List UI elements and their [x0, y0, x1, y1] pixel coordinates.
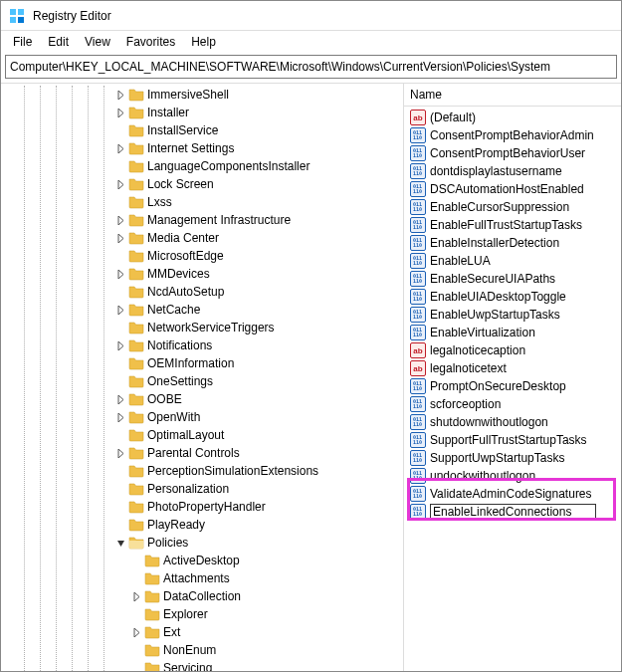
dword-value-icon: 011110: [410, 271, 426, 287]
collapse-icon[interactable]: [112, 535, 128, 551]
svg-rect-0: [10, 9, 16, 15]
window-title: Registry Editor: [33, 9, 111, 23]
value-row[interactable]: 011110EnableUIADesktopToggle: [404, 288, 621, 306]
tree-item-onesettings[interactable]: OneSettings: [1, 372, 403, 390]
tree-item-internet-settings[interactable]: Internet Settings: [1, 139, 403, 157]
value-name: PromptOnSecureDesktop: [430, 379, 566, 393]
tree-item-playready[interactable]: PlayReady: [1, 516, 403, 534]
tree-item-microsoftedge[interactable]: MicrosoftEdge: [1, 247, 403, 265]
value-row[interactable]: 011110ConsentPromptBehaviorUser: [404, 144, 621, 162]
tree-item-explorer[interactable]: Explorer: [1, 605, 403, 623]
dword-value-icon: 011110: [410, 235, 426, 251]
tree-item-networkservicetriggers[interactable]: NetworkServiceTriggers: [1, 319, 403, 336]
menu-view[interactable]: View: [77, 33, 118, 51]
value-row[interactable]: 011110EnableFullTrustStartupTasks: [404, 216, 621, 234]
tree-item-parental-controls[interactable]: Parental Controls: [1, 444, 403, 462]
tree-pane[interactable]: ImmersiveShellInstallerInstallServiceInt…: [1, 84, 404, 671]
folder-icon: [128, 445, 144, 461]
menu-help[interactable]: Help: [183, 33, 224, 51]
value-row[interactable]: 011110dontdisplaylastusername: [404, 162, 621, 180]
expand-icon[interactable]: [112, 140, 128, 156]
menu-favorites[interactable]: Favorites: [118, 33, 183, 51]
tree-item-languagecomponentsinstaller[interactable]: LanguageComponentsInstaller: [1, 157, 403, 175]
tree-item-netcache[interactable]: NetCache: [1, 301, 403, 319]
value-row[interactable]: 011110ConsentPromptBehaviorAdmin: [404, 126, 621, 144]
value-row[interactable]: 011110SupportFullTrustStartupTasks: [404, 431, 621, 449]
expand-icon[interactable]: [112, 409, 128, 425]
value-row[interactable]: 011110scforceoption: [404, 395, 621, 413]
value-row[interactable]: 011110DSCAutomationHostEnabled: [404, 180, 621, 198]
expand-icon[interactable]: [128, 588, 144, 604]
value-row[interactable]: ab(Default): [404, 109, 621, 126]
tree-label: ImmersiveShell: [147, 88, 235, 102]
value-name-edit-input[interactable]: [430, 504, 596, 520]
svg-rect-3: [18, 17, 24, 23]
expand-icon[interactable]: [112, 230, 128, 246]
tree-item-installer[interactable]: Installer: [1, 104, 403, 121]
tree-item-perceptionsimulationextensions[interactable]: PerceptionSimulationExtensions: [1, 462, 403, 480]
tree-item-lxss[interactable]: Lxss: [1, 193, 403, 211]
expand-icon[interactable]: [112, 302, 128, 318]
value-row[interactable]: 011110EnableLUA: [404, 252, 621, 270]
tree-item-oobe[interactable]: OOBE: [1, 390, 403, 408]
tree-item-optimallayout[interactable]: OptimalLayout: [1, 426, 403, 444]
tree-item-photopropertyhandler[interactable]: PhotoPropertyHandler: [1, 498, 403, 516]
value-row-editing[interactable]: 011110: [404, 503, 621, 521]
expand-icon[interactable]: [112, 87, 128, 103]
tree-item-policies[interactable]: Policies: [1, 534, 403, 552]
svg-text:110: 110: [413, 188, 422, 194]
tree-item-management-infrastructure[interactable]: Management Infrastructure: [1, 211, 403, 229]
svg-text:110: 110: [413, 493, 422, 499]
values-pane[interactable]: Name ab(Default)011110ConsentPromptBehav…: [404, 84, 621, 671]
tree-item-attachments[interactable]: Attachments: [1, 569, 403, 587]
tree-item-ext[interactable]: Ext: [1, 623, 403, 641]
tree-item-notifications[interactable]: Notifications: [1, 336, 403, 354]
expand-icon[interactable]: [112, 391, 128, 407]
value-row[interactable]: 011110EnableSecureUIAPaths: [404, 270, 621, 288]
dword-value-icon: 011110: [410, 127, 426, 143]
value-row[interactable]: ablegalnoticecaption: [404, 341, 621, 359]
tree-item-installservice[interactable]: InstallService: [1, 121, 403, 139]
folder-icon: [144, 624, 160, 640]
tree-item-personalization[interactable]: Personalization: [1, 480, 403, 498]
folder-icon: [128, 517, 144, 533]
menu-edit[interactable]: Edit: [40, 33, 77, 51]
expand-icon[interactable]: [112, 105, 128, 120]
expand-icon[interactable]: [112, 266, 128, 282]
value-name: SupportFullTrustStartupTasks: [430, 433, 587, 447]
value-row[interactable]: 011110shutdownwithoutlogon: [404, 413, 621, 431]
tree-item-activedesktop[interactable]: ActiveDesktop: [1, 552, 403, 569]
expand-icon[interactable]: [128, 624, 144, 640]
value-row[interactable]: 011110EnableCursorSuppression: [404, 198, 621, 216]
tree-label: LanguageComponentsInstaller: [147, 159, 315, 173]
tree-item-servicing[interactable]: Servicing: [1, 659, 403, 671]
value-row[interactable]: 011110EnableInstallerDetection: [404, 234, 621, 252]
expand-icon[interactable]: [112, 445, 128, 461]
tree-item-openwith[interactable]: OpenWith: [1, 408, 403, 426]
tree-item-ncdautosetup[interactable]: NcdAutoSetup: [1, 283, 403, 301]
value-row[interactable]: 011110ValidateAdminCodeSignatures: [404, 485, 621, 503]
tree-item-datacollection[interactable]: DataCollection: [1, 587, 403, 605]
expand-icon[interactable]: [112, 176, 128, 192]
column-header-name[interactable]: Name: [404, 84, 621, 107]
value-name: ValidateAdminCodeSignatures: [430, 487, 592, 501]
expand-icon[interactable]: [112, 337, 128, 353]
tree-item-media-center[interactable]: Media Center: [1, 229, 403, 247]
value-row[interactable]: 011110EnableVirtualization: [404, 324, 621, 341]
value-row[interactable]: 011110undockwithoutlogon: [404, 467, 621, 485]
value-row[interactable]: ablegalnoticetext: [404, 359, 621, 377]
tree-item-mmdevices[interactable]: MMDevices: [1, 265, 403, 283]
menu-file[interactable]: File: [5, 33, 40, 51]
tree-item-nonenum[interactable]: NonEnum: [1, 641, 403, 659]
tree-item-oeminformation[interactable]: OEMInformation: [1, 354, 403, 372]
expand-icon[interactable]: [112, 212, 128, 228]
value-row[interactable]: 011110SupportUwpStartupTasks: [404, 449, 621, 467]
tree-item-immersiveshell[interactable]: ImmersiveShell: [1, 86, 403, 104]
value-row[interactable]: 011110EnableUwpStartupTasks: [404, 306, 621, 324]
tree-label: Installer: [147, 106, 195, 119]
value-row[interactable]: 011110PromptOnSecureDesktop: [404, 377, 621, 395]
svg-text:110: 110: [413, 475, 422, 481]
address-bar[interactable]: Computer\HKEY_LOCAL_MACHINE\SOFTWARE\Mic…: [5, 55, 617, 79]
tree-label: OneSettings: [147, 374, 219, 388]
tree-item-lock-screen[interactable]: Lock Screen: [1, 175, 403, 193]
